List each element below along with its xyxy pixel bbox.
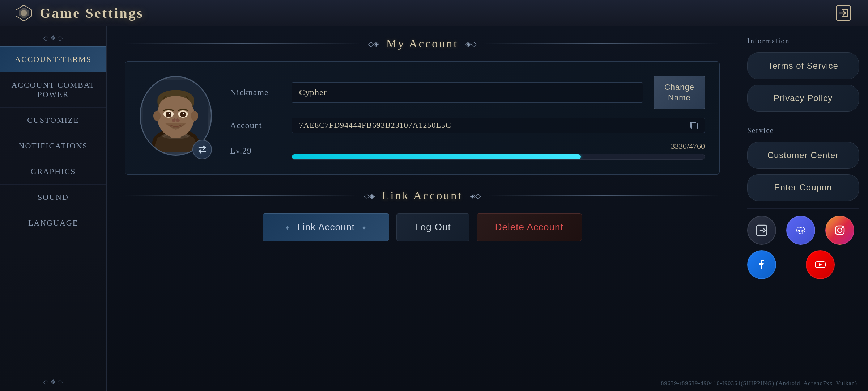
enter-coupon-button[interactable]: Enter Coupon	[747, 174, 859, 201]
level-row: Lv.29 3330/4760	[230, 142, 705, 160]
account-card: Nickname Cypher Change Name Account 7AE8…	[125, 61, 720, 175]
youtube-button[interactable]	[806, 250, 835, 279]
account-info: Nickname Cypher Change Name Account 7AE8…	[230, 76, 705, 160]
account-id-field: 7AE8C7FD94444FB693B23107A1250E5C	[292, 118, 705, 133]
logout-button[interactable]: Log Out	[396, 213, 469, 241]
svg-point-25	[842, 227, 843, 228]
copy-icon	[689, 120, 699, 130]
exp-text: 3330/4760	[292, 142, 705, 151]
svg-point-16	[183, 113, 184, 114]
svg-point-18	[176, 119, 180, 122]
copy-account-id-button[interactable]	[686, 118, 701, 133]
link-actions: Link Account Log Out Delete Account	[125, 213, 720, 241]
svg-point-8	[153, 111, 161, 121]
exit-button[interactable]	[833, 3, 854, 23]
xp-bar-fill	[292, 154, 581, 159]
service-label: Service	[747, 126, 859, 135]
xp-bar-background	[292, 154, 705, 160]
social-icons-row1	[747, 216, 859, 245]
sidebar-item-account-combat-power[interactable]: Account Combat Power	[0, 72, 106, 108]
svg-point-13	[166, 112, 171, 117]
main-layout: ◇ ❖ ◇ Account/Terms Account Combat Power…	[0, 26, 868, 391]
svg-point-9	[191, 111, 198, 121]
sidebar-bottom-deco: ◇ ❖ ◇	[21, 377, 85, 387]
footer-build-info: 89639-r89639-d90410-I90364(SHIPPING) (An…	[661, 380, 857, 387]
svg-point-15	[169, 113, 170, 114]
xp-bar-container: 3330/4760	[292, 142, 705, 160]
sidebar-top-deco: ◇ ❖ ◇	[21, 33, 85, 43]
delete-account-button[interactable]: Delete Account	[477, 213, 582, 241]
link-account-button[interactable]: Link Account	[263, 213, 389, 241]
share-button[interactable]	[747, 216, 776, 245]
header: Game Settings	[0, 0, 868, 26]
sidebar-item-notifications[interactable]: Notifications	[0, 133, 106, 159]
svg-point-22	[802, 230, 804, 232]
link-account-title-bar: ◇◈ Link Account ◈◇	[125, 189, 720, 202]
sidebar-item-sound[interactable]: Sound	[0, 185, 106, 210]
instagram-button[interactable]	[825, 216, 854, 245]
my-account-title-bar: ◇◈ My Account ◈◇	[125, 37, 720, 50]
svg-point-17	[172, 119, 175, 122]
svg-point-21	[798, 230, 800, 232]
svg-rect-19	[692, 123, 697, 129]
level-label: Lv.29	[230, 146, 281, 156]
facebook-button[interactable]	[747, 250, 776, 279]
change-name-button[interactable]: Change Name	[654, 76, 705, 109]
sidebar-item-account-terms[interactable]: Account/Terms	[0, 46, 106, 72]
sidebar: ◇ ❖ ◇ Account/Terms Account Combat Power…	[0, 26, 107, 391]
avatar-container	[140, 76, 212, 156]
nickname-value: Cypher	[292, 82, 643, 103]
sidebar-item-language[interactable]: Language	[0, 210, 106, 236]
terms-of-service-button[interactable]: Terms of Service	[747, 52, 859, 79]
information-label: Information	[747, 37, 859, 45]
header-title: Game Settings	[40, 5, 144, 21]
link-account-title: Link Account	[382, 189, 463, 202]
svg-point-14	[180, 112, 186, 117]
sidebar-item-customize[interactable]: Customize	[0, 108, 106, 133]
my-account-title: My Account	[386, 37, 458, 50]
nickname-label: Nickname	[230, 88, 281, 97]
right-divider-1	[747, 119, 859, 119]
logo-icon	[14, 4, 33, 22]
discord-button[interactable]	[786, 216, 815, 245]
exit-icon	[835, 4, 852, 22]
account-id-row: Account 7AE8C7FD94444FB693B23107A1250E5C	[230, 118, 705, 133]
privacy-policy-button[interactable]: Privacy Policy	[747, 85, 859, 112]
account-id-value: 7AE8C7FD94444FB693B23107A1250E5C	[299, 121, 686, 130]
nickname-row: Nickname Cypher Change Name	[230, 76, 705, 109]
social-icons-row2	[747, 250, 859, 279]
customer-center-button[interactable]: Customer Center	[747, 142, 859, 169]
account-label: Account	[230, 121, 281, 130]
header-left: Game Settings	[14, 4, 144, 22]
swap-character-button[interactable]	[192, 140, 212, 159]
content-area: ◇◈ My Account ◈◇	[107, 26, 738, 391]
right-panel: Information Terms of Service Privacy Pol…	[738, 26, 868, 391]
sidebar-item-graphics[interactable]: Graphics	[0, 159, 106, 185]
svg-point-24	[838, 228, 842, 232]
right-divider-2	[747, 208, 859, 209]
